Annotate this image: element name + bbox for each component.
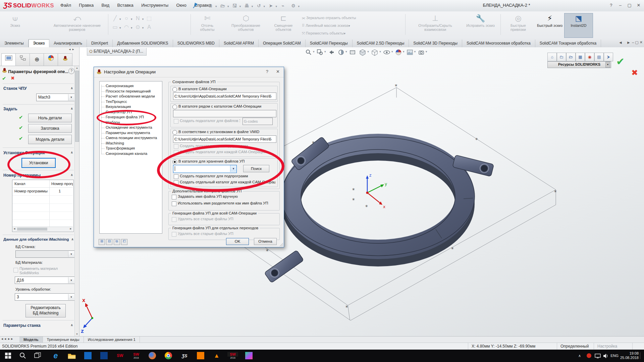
chevron-up-icon[interactable]: ∧: [70, 150, 73, 154]
edge-icon[interactable]: e: [50, 351, 61, 361]
ellipse-caret[interactable]: ▾: [142, 26, 144, 29]
scroll-thumb[interactable]: [17, 228, 47, 231]
near-cam-path-field[interactable]: [173, 110, 276, 117]
options-caret[interactable]: ▾: [298, 5, 300, 8]
checkbox-manual-name[interactable]: [172, 195, 176, 199]
tab-scroll-left-icon[interactable]: ◄: [619, 40, 623, 45]
confirm-ok-icon[interactable]: ✔: [616, 56, 625, 67]
display-relations-button[interactable]: ⊥Отобразить/Скрыть взаимосвязи: [409, 13, 461, 37]
dialog-help-icon[interactable]: ?: [266, 69, 268, 74]
tree-item-tool-change[interactable]: Смена позиции инструмента: [100, 135, 162, 141]
tray-language[interactable]: ENG: [608, 351, 619, 361]
circle-caret[interactable]: ▾: [131, 17, 132, 21]
design-library-icon[interactable]: 🗀: [557, 53, 566, 61]
chevron-up-icon[interactable]: ∧: [70, 86, 73, 90]
print-icon[interactable]: 🖶: [242, 2, 252, 10]
pm-tab-propertymanager[interactable]: [1, 53, 16, 66]
spline-caret[interactable]: ▾: [142, 17, 144, 21]
autodim-button[interactable]: ⤺Автоматическое нанесение размеров: [50, 13, 104, 37]
lug-bottom-left[interactable]: [264, 250, 304, 283]
scroll-left-icon[interactable]: ◄: [13, 227, 16, 230]
menu-window[interactable]: Окно: [173, 0, 190, 11]
edit-imachining-db-button[interactable]: РедакитироватьБД iMachining: [25, 304, 66, 317]
select-caret[interactable]: ▾: [275, 5, 277, 8]
gcodes-field[interactable]: G-codes: [243, 118, 273, 125]
app-blue-tile-icon[interactable]: [83, 351, 93, 361]
tree-item-visualization[interactable]: Визуализация: [100, 104, 162, 110]
rect-caret[interactable]: ▾: [119, 26, 121, 29]
chevron-down-icon[interactable]: ▾: [68, 251, 74, 257]
checkbox-manual-name-label[interactable]: Задавать имя файла УП вручную: [178, 194, 275, 198]
tree-item-tool-params[interactable]: Параметры инструмента: [100, 130, 162, 136]
line-tool-icon[interactable]: ╱: [111, 14, 119, 23]
radio-near-cam-label[interactable]: В каталоге рядом с каталогом CAM-Операци…: [178, 104, 276, 108]
options-gear-icon[interactable]: ⚙: [289, 2, 298, 10]
solidworks-2016-dark-icon[interactable]: SW2016: [227, 351, 238, 361]
checkbox-splitter-name-label[interactable]: Использовать имя разделителя как имя фай…: [178, 201, 277, 205]
file-explorer-icon[interactable]: [66, 351, 77, 361]
ring-part[interactable]: [264, 136, 494, 283]
chevron-up-icon[interactable]: ∧: [70, 107, 73, 110]
chevron-down-icon[interactable]: ▾: [68, 94, 74, 101]
radio-vmid-label[interactable]: В соответствии с установками в файле VMI…: [178, 130, 276, 134]
pin-menu-icon[interactable]: [193, 2, 200, 9]
radio-vmid-settings[interactable]: [172, 130, 177, 135]
tray-clock[interactable]: 19:08 25.08.2018: [618, 351, 639, 360]
target-model-button[interactable]: Модель детали: [28, 135, 72, 144]
linear-caret[interactable]: ▾: [348, 24, 350, 27]
tab-solidcam-3d[interactable]: SolidCAM 3D Переходы: [409, 40, 462, 47]
checkbox-delete-old-all[interactable]: [172, 217, 176, 222]
rectangle-tool-icon[interactable]: ▭: [111, 23, 119, 32]
save-icon[interactable]: 🖫: [230, 2, 239, 10]
apply-material-checkbox[interactable]: [13, 268, 18, 273]
pm-tab-appearances[interactable]: [44, 53, 58, 66]
pm-tab-solidcam[interactable]: [58, 53, 72, 66]
machine-select[interactable]: Mach3▾: [36, 94, 75, 101]
db-machine-select[interactable]: ▾: [15, 250, 75, 258]
tab-motion-study[interactable]: Исследование движения 1: [84, 337, 140, 343]
sketch-button[interactable]: ⟒Эскиз: [3, 13, 27, 37]
arc-tool-icon[interactable]: ◠: [122, 23, 131, 32]
radio-cam-folder[interactable]: [172, 87, 177, 92]
tab-evaluate[interactable]: Анализировать: [49, 40, 87, 47]
custom-properties-icon[interactable]: ▤: [594, 53, 604, 61]
home-icon[interactable]: ⌂: [547, 53, 557, 61]
rebuild-icon[interactable]: ⌁: [278, 2, 287, 10]
tab-mbd[interactable]: SOLIDWORKS MBD: [173, 40, 219, 47]
search-icon[interactable]: [17, 351, 28, 361]
section-define[interactable]: Задать∧: [3, 107, 74, 111]
forward-icon[interactable]: ⮞: [604, 53, 613, 61]
cell-channel[interactable]: Номер программы: [14, 189, 48, 193]
undo-icon[interactable]: ↺: [254, 2, 264, 10]
tab-solidcam-25d[interactable]: SolidCAM 2.5D Переходы: [353, 40, 409, 47]
tab-sketch[interactable]: Эскиз: [29, 39, 50, 47]
vlc-icon[interactable]: ▲: [211, 351, 222, 361]
tree-item-model-update[interactable]: Расчет обновления модели: [100, 94, 162, 99]
instant2d-button[interactable]: ⬔Instant2D: [564, 13, 593, 38]
pm-tab-configurations[interactable]: ⊕: [30, 53, 44, 66]
linear-pattern-button[interactable]: ⠿ Линейный массив эскиза▾: [302, 22, 399, 29]
tab-scroll-right-icon[interactable]: ►: [627, 40, 631, 45]
pm-cancel-icon[interactable]: ✖: [11, 75, 15, 81]
tab-solidcam-multiaxis[interactable]: SolidCAM Многоосевая обработка: [462, 40, 535, 47]
line-caret[interactable]: ▾: [119, 17, 121, 21]
move-entities-button[interactable]: ⤧ Переместить объекты▾: [302, 29, 399, 37]
tab-addins[interactable]: Добавления SOLIDWORKS: [113, 40, 173, 47]
notification-center-icon[interactable]: [640, 352, 644, 359]
pm-ok-icon[interactable]: ✔: [2, 75, 6, 81]
tab-dimxpert[interactable]: DimXpert: [87, 40, 113, 47]
open-icon[interactable]: 🗁: [218, 2, 227, 10]
resize-grip[interactable]: [279, 242, 283, 247]
select-icon[interactable]: ➤: [266, 2, 275, 10]
cam-folder-path-field[interactable]: C:\Users\Udjin\AppData\Local\SolidCAM Te…: [173, 93, 276, 100]
close-button[interactable]: ✕: [635, 0, 643, 11]
tab-3d-views[interactable]: Трехмерные виды: [43, 337, 84, 343]
confirm-cancel-icon[interactable]: ✖: [631, 68, 638, 77]
firefox-icon[interactable]: [147, 351, 158, 361]
save-caret[interactable]: ▾: [239, 5, 241, 8]
tab-solidcam-operation[interactable]: Операция SolidCAM: [259, 40, 306, 47]
checkbox-delete-old-single[interactable]: [172, 232, 176, 237]
checkbox-splitter-name[interactable]: [172, 201, 176, 206]
table-hscrollbar[interactable]: ◄ ►: [12, 227, 73, 231]
arc-caret[interactable]: ▾: [131, 26, 132, 29]
